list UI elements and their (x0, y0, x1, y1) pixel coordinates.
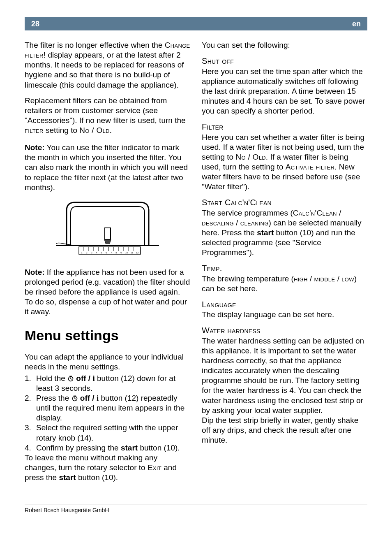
start-bold: start (257, 228, 274, 237)
svg-text:10: 10 (125, 251, 128, 254)
step-number: 4. (25, 443, 36, 453)
text: Confirm by pressing the (36, 443, 121, 452)
content-columns: The filter is no longer effective when t… (25, 40, 367, 488)
shut-off-heading: Shut off (202, 56, 367, 66)
activate-filter-label: Activate filter (286, 162, 334, 171)
language-body: The display language can be set here. (202, 310, 367, 320)
replacement-filter-paragraph: Replacement filters can be obtained from… (25, 96, 190, 136)
temp-body: The brewing temperature (high / middle /… (202, 274, 367, 294)
left-column: The filter is no longer effective when t… (25, 40, 190, 488)
filter-body: Here you can set whether a water filter … (202, 132, 367, 192)
note-filter-indicator: Note: You can use the filter indicator t… (25, 143, 190, 193)
note-prolonged-period: Note: If the appliance has not been used… (25, 267, 190, 317)
no-old-label: No / Old (235, 153, 265, 161)
start-bold: start (59, 473, 76, 482)
high-label: high (294, 274, 308, 283)
menu-steps-list: 1. Hold the off / i button (12) down for… (25, 374, 190, 453)
language-heading: Language (202, 299, 367, 310)
step-text: Hold the off / i button (12) down for at… (36, 374, 190, 393)
text: / (335, 274, 341, 283)
shut-off-body: Here you can set the time span after whi… (202, 67, 367, 116)
calc-n-clean-body: The service programmes (Calc'n'Clean / d… (202, 208, 367, 258)
text: / (234, 218, 240, 227)
text: / (308, 274, 314, 283)
list-item: 4. Confirm by pressing the start button … (25, 443, 190, 453)
filter-label: filter (25, 126, 44, 135)
step-number: 2. (25, 393, 36, 423)
step-number: 1. (25, 374, 36, 393)
svg-text:12: 12 (136, 251, 138, 254)
off-bold: off / (80, 394, 97, 402)
page-header: 28 en (25, 17, 367, 30)
start-bold: start (121, 443, 138, 452)
step-number: 3. (25, 423, 36, 443)
right-column: You can set the following: Shut off Here… (202, 40, 367, 488)
list-item: 2. Press the off / i button (12) repeate… (25, 393, 190, 423)
svg-text:11: 11 (130, 251, 133, 254)
calc-n-clean-heading: Start Calc'n'Clean (202, 197, 367, 208)
step-text: Confirm by pressing the start button (10… (36, 443, 180, 453)
no-old-label: No / Old (79, 126, 109, 135)
low-label: low (341, 274, 354, 283)
menu-intro: You can adapt the appliance to your indi… (25, 352, 190, 372)
text: Hold the (36, 374, 67, 383)
text: display appears, or at the latest after … (25, 51, 184, 89)
clock-icon (67, 375, 74, 382)
calc-n-clean-label: Calc'n'Clean (293, 209, 337, 217)
svg-line-31 (75, 399, 76, 399)
text: The filter is no longer effective when t… (25, 41, 165, 49)
text: You can use the filter indicator to mark… (25, 143, 188, 192)
page-number: 28 (31, 20, 39, 28)
water-hardness-body-2: Dip the test strip briefly in water, gen… (202, 415, 367, 445)
step-text: Select the required setting with the upp… (36, 423, 190, 443)
text: Press the (36, 394, 71, 402)
note-label: Note: (25, 143, 45, 152)
svg-line-27 (71, 379, 72, 379)
middle-label: middle (314, 274, 335, 283)
text: button (10). (76, 473, 118, 482)
svg-rect-0 (105, 228, 111, 239)
note-label: Note: (25, 268, 45, 276)
page-footer: Robert Bosch Hausgeräte GmbH (25, 504, 367, 513)
filter-heading: Filter (202, 122, 367, 132)
water-hardness-body-1: The water hardness setting can be adjust… (202, 336, 367, 415)
text: Replacement filters can be obtained from… (25, 96, 186, 125)
off-bold: off / (76, 374, 92, 383)
text: To leave the menu without making any cha… (25, 453, 157, 472)
page-language: en (352, 20, 361, 28)
list-item: 3. Select the required setting with the … (25, 423, 190, 443)
list-item: 1. Hold the off / i button (12) down for… (25, 374, 190, 393)
menu-exit-paragraph: To leave the menu without making any cha… (25, 453, 190, 483)
step-text: Press the off / i button (12) repeatedly… (36, 393, 190, 423)
text: . (110, 126, 112, 135)
text: button (10). (138, 443, 180, 452)
text: / (337, 209, 341, 217)
text: If the appliance has not been used for a… (25, 268, 190, 316)
settings-intro: You can set the following: (202, 40, 367, 50)
text: setting to (44, 126, 80, 135)
filter-effective-paragraph: The filter is no longer effective when t… (25, 40, 190, 90)
clock-icon (71, 395, 78, 402)
filter-diagram: 123 456 789 101112 (52, 198, 163, 260)
temp-heading: Temp. (202, 263, 367, 274)
text: The service programmes ( (202, 209, 293, 217)
text: The brewing temperature ( (202, 274, 294, 283)
menu-settings-heading: Menu settings (25, 327, 190, 344)
water-hardness-heading: Water hardness (202, 325, 367, 336)
descaling-label: descaling (202, 218, 234, 227)
cleaning-label: cleaning (240, 218, 269, 227)
exit-label: Exit (148, 463, 161, 472)
